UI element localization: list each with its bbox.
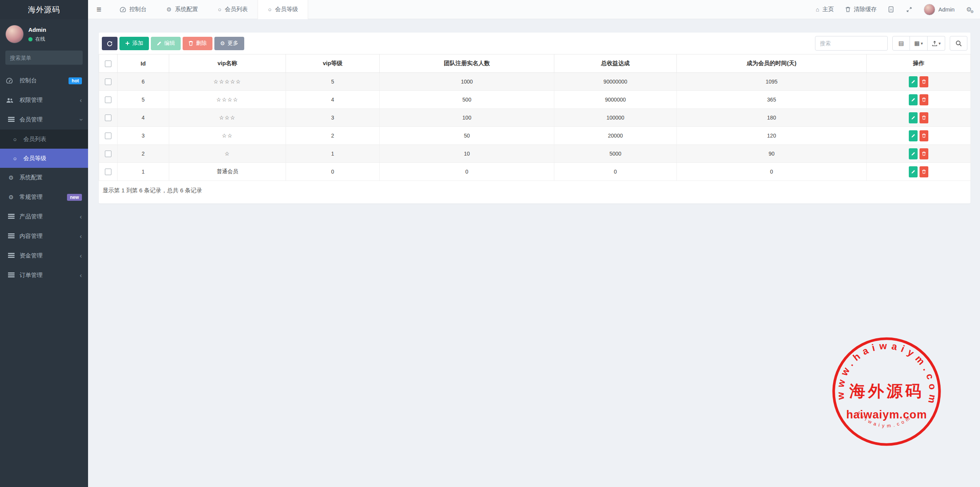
trash-icon (922, 151, 926, 156)
sidebar-menu: 控制台 hot 权限管理 ‹ 会员管理 ‹ ○ 会员列表 (0, 71, 88, 285)
row-edit-button[interactable] (909, 166, 918, 177)
tab-member-levels[interactable]: ○ 会员等级 (258, 0, 308, 19)
circle-icon: ○ (10, 155, 20, 162)
row-edit-button[interactable] (909, 112, 918, 123)
new-badge: new (67, 194, 82, 201)
row-edit-button[interactable] (909, 94, 918, 105)
sidebar-item-member-levels[interactable]: ○ 会员等级 (0, 149, 88, 168)
table-row: 3 ☆☆ 2 50 20000 120 (99, 127, 971, 145)
row-delete-button[interactable] (920, 166, 928, 177)
sidebar-search (5, 51, 83, 65)
list-icon (6, 253, 16, 259)
tab-label: 控制台 (129, 6, 147, 13)
sidebar-search-input[interactable] (10, 55, 79, 61)
table-view-buttons: ▤ ▦ ▾ ▾ (892, 36, 945, 51)
translate-icon[interactable]: A (888, 6, 895, 13)
export-button[interactable]: ▾ (928, 36, 945, 51)
sidebar: 海外源码 Admin 在线 控制台 h (0, 0, 88, 487)
trash-icon (845, 7, 851, 12)
row-edit-button[interactable] (909, 76, 918, 87)
chevron-down-icon: ‹ (78, 119, 84, 121)
table-row: 5 ☆☆☆☆ 4 500 9000000 365 (99, 91, 971, 109)
hamburger-icon[interactable]: ≡ (88, 5, 110, 15)
sidebar-item-products[interactable]: 产品管理 ‹ (0, 207, 88, 226)
tab-dashboard[interactable]: 控制台 (110, 0, 157, 19)
tab-member-list[interactable]: ○ 会员列表 (208, 0, 258, 19)
refresh-button[interactable] (102, 37, 118, 50)
row-checkbox[interactable] (105, 79, 111, 85)
more-button[interactable]: ⚙ 更多 (214, 37, 244, 50)
chevron-left-icon: ‹ (80, 213, 82, 220)
row-delete-button[interactable] (920, 148, 928, 159)
avatar (5, 25, 24, 43)
clear-cache-link[interactable]: 清除缓存 (845, 6, 877, 13)
row-delete-button[interactable] (920, 112, 928, 123)
refresh-icon (107, 41, 113, 46)
row-checkbox[interactable] (105, 151, 111, 157)
sidebar-item-general-mgmt[interactable]: ⚙ 常规管理 new (0, 187, 88, 207)
row-edit-button[interactable] (909, 148, 918, 159)
table-search-input[interactable] (815, 36, 888, 51)
edit-button[interactable]: 编辑 (151, 37, 181, 50)
navbar-right: ⌂ 主页 清除缓存 A (816, 4, 980, 15)
sidebar-item-dashboard[interactable]: 控制台 hot (0, 71, 88, 90)
sidebar-item-member-list[interactable]: ○ 会员列表 (0, 130, 88, 149)
row-delete-button[interactable] (920, 76, 928, 87)
user-menu[interactable]: Admin (924, 4, 955, 15)
trash-icon (922, 79, 926, 84)
settings-gears-icon[interactable]: ⚙ ⚙ (966, 6, 972, 13)
column-header: Id (118, 54, 169, 73)
row-delete-button[interactable] (920, 130, 928, 141)
circle-icon: ○ (10, 136, 20, 143)
tab-label: 系统配置 (175, 6, 198, 13)
list-alt-icon: ▤ (898, 40, 904, 47)
circle-icon: ○ (268, 7, 271, 12)
sidebar-item-system-config[interactable]: ⚙ 系统配置 (0, 168, 88, 187)
caret-down-icon: ▾ (921, 41, 923, 46)
row-checkbox[interactable] (105, 115, 111, 121)
row-edit-button[interactable] (909, 130, 918, 141)
search-icon (956, 40, 962, 47)
row-delete-button[interactable] (920, 94, 928, 105)
user-status-label: 在线 (35, 36, 45, 43)
online-dot-icon (28, 37, 33, 41)
pencil-icon (911, 152, 915, 156)
fullscreen-icon[interactable] (906, 7, 912, 13)
list-icon (6, 116, 16, 123)
sidebar-item-orders[interactable]: 订单管理 ‹ (0, 266, 88, 285)
column-header: 总收益达成 (554, 54, 677, 73)
table-row: 1 普通会员 0 0 0 0 (99, 163, 971, 181)
gear-icon: ⚙ (220, 40, 225, 46)
paging-toggle-button[interactable]: ▤ (892, 36, 910, 51)
table-header-row: Id vip名称 vip等级 团队注册实名人数 总收益达成 成为会员的时间(天)… (99, 54, 971, 73)
search-submit-button[interactable] (950, 36, 967, 51)
pencil-icon (911, 116, 915, 120)
sidebar-item-label: 产品管理 (20, 213, 42, 220)
row-checkbox[interactable] (105, 97, 111, 103)
sidebar-item-contents[interactable]: 内容管理 ‹ (0, 226, 88, 246)
delete-button[interactable]: 删除 (183, 37, 212, 50)
tab-system-config[interactable]: ⚙ 系统配置 (157, 0, 208, 19)
row-checkbox[interactable] (105, 169, 111, 175)
sidebar-item-label: 资金管理 (20, 252, 42, 259)
columns-button[interactable]: ▦ ▾ (910, 36, 928, 51)
add-button[interactable]: 添加 (119, 37, 149, 50)
home-link[interactable]: ⌂ 主页 (816, 6, 834, 13)
pencil-icon (157, 41, 162, 46)
row-checkbox[interactable] (105, 133, 111, 139)
top-navbar: ≡ 控制台 ⚙ 系统配置 ○ 会员列表 ○ 会员等级 ⌂ (88, 0, 980, 19)
column-header: 操作 (867, 54, 971, 73)
navbar-user-name: Admin (938, 6, 955, 13)
user-panel: Admin 在线 (0, 19, 88, 48)
trash-icon (922, 97, 926, 102)
avatar (924, 4, 935, 15)
select-all-checkbox[interactable] (105, 61, 111, 67)
sidebar-item-permissions[interactable]: 权限管理 ‹ (0, 90, 88, 110)
list-icon (6, 233, 16, 239)
trash-icon (922, 133, 926, 138)
sidebar-item-members[interactable]: 会员管理 ‹ (0, 110, 88, 130)
table-row: 2 ☆ 1 10 5000 90 (99, 145, 971, 163)
table-toolbar: 添加 编辑 删除 ⚙ 更多 (99, 33, 970, 54)
chevron-left-icon: ‹ (80, 233, 82, 239)
sidebar-item-funds[interactable]: 资金管理 ‹ (0, 246, 88, 266)
